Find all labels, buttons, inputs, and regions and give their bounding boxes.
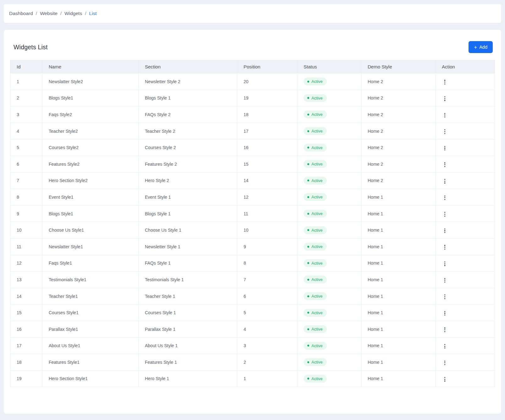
kebab-menu-icon[interactable] [442, 194, 447, 202]
column-header-status: Status [297, 60, 361, 73]
table-row: 14 Teacher Style1 Teacher Style 1 6 Acti… [10, 288, 495, 304]
cell-demo-style: Home 1 [361, 272, 436, 288]
table-row: 19 Hero Section Style1 Hero Style 1 1 Ac… [10, 370, 495, 387]
table-row: 15 Courses Style1 Courses Style 1 5 Acti… [10, 304, 495, 321]
status-label: Active [311, 244, 322, 249]
kebab-menu-icon[interactable] [442, 276, 447, 285]
kebab-menu-icon[interactable] [442, 177, 447, 186]
status-badge: Active [304, 177, 327, 185]
kebab-menu-icon[interactable] [442, 144, 447, 153]
cell-status: Active [297, 304, 361, 321]
kebab-menu-icon[interactable] [442, 342, 447, 351]
status-dot-icon [307, 262, 309, 264]
breadcrumb-bar: Dashboard/Website/Widgets/List [4, 4, 501, 23]
cell-action [436, 272, 495, 288]
kebab-menu-icon[interactable] [442, 111, 447, 120]
kebab-menu-icon[interactable] [442, 160, 447, 169]
kebab-menu-icon[interactable] [442, 94, 447, 103]
kebab-menu-icon[interactable] [442, 227, 447, 235]
kebab-menu-icon[interactable] [442, 78, 447, 86]
column-header-id: Id [10, 60, 42, 73]
table-row: 11 Newslatter Style1 Newsletter Style 1 … [10, 238, 495, 255]
status-label: Active [311, 79, 322, 84]
cell-section: Teacher Style 1 [139, 288, 237, 304]
cell-demo-style: Home 1 [361, 370, 436, 387]
cell-name: Blogs Style1 [42, 205, 139, 222]
cell-position: 6 [237, 288, 297, 304]
breadcrumb-separator: / [85, 11, 86, 16]
table-row: 6 Features Style2 Features Style 2 15 Ac… [10, 156, 495, 172]
cell-section: Testimonials Style 1 [139, 272, 237, 288]
table-row: 13 Testimonials Style1 Testimonials Styl… [10, 272, 495, 288]
cell-name: Hero Section Style2 [42, 172, 139, 189]
cell-name: Features Style1 [42, 354, 139, 371]
cell-action [436, 123, 495, 139]
breadcrumb-item-dashboard[interactable]: Dashboard [9, 11, 33, 16]
kebab-menu-icon[interactable] [442, 260, 447, 268]
cell-id: 11 [10, 238, 42, 255]
cell-name: Courses Style2 [42, 139, 139, 156]
column-header-section: Section [139, 60, 237, 73]
cell-section: Newsletter Style 2 [139, 73, 237, 90]
breadcrumb-separator: / [60, 11, 62, 16]
cell-position: 8 [237, 255, 297, 272]
cell-position: 18 [237, 106, 297, 123]
cell-section: Courses Style 2 [139, 139, 237, 156]
status-badge: Active [304, 94, 327, 102]
table-row: 8 Event Style1 Event Style 1 12 Active H… [10, 189, 495, 206]
breadcrumb-item-website[interactable]: Website [40, 11, 58, 16]
status-label: Active [311, 145, 322, 150]
status-dot-icon [307, 378, 309, 380]
status-label: Active [311, 360, 322, 364]
status-dot-icon [307, 147, 309, 148]
kebab-menu-icon[interactable] [442, 210, 447, 218]
cell-demo-style: Home 1 [361, 288, 436, 304]
status-badge: Active [304, 309, 327, 317]
status-label: Active [311, 327, 322, 331]
kebab-menu-icon[interactable] [442, 326, 447, 334]
status-label: Active [311, 310, 322, 315]
breadcrumb-separator: / [36, 11, 37, 16]
table-row: 12 Faqs Style1 FAQs Style 1 8 Active Hom… [10, 255, 495, 272]
cell-name: Faqs Style2 [42, 106, 139, 123]
status-label: Active [311, 376, 322, 381]
breadcrumb-item-widgets[interactable]: Widgets [64, 11, 82, 16]
cell-action [436, 304, 495, 321]
cell-position: 14 [237, 172, 297, 189]
kebab-menu-icon[interactable] [442, 309, 447, 318]
cell-section: Features Style 1 [139, 354, 237, 371]
status-label: Active [311, 96, 322, 100]
table-row: 9 Blogs Style1 Blogs Style 1 11 Active H… [10, 205, 495, 222]
cell-status: Active [297, 337, 361, 354]
cell-position: 11 [237, 205, 297, 222]
table-row: 10 Choose Us Style1 Choose Us Style 1 10… [10, 222, 495, 239]
cell-action [436, 156, 495, 172]
cell-section: About Us Style 1 [139, 337, 237, 354]
status-dot-icon [307, 328, 309, 330]
cell-name: Faqs Style1 [42, 255, 139, 272]
cell-status: Active [297, 172, 361, 189]
status-dot-icon [307, 114, 309, 116]
cell-id: 15 [10, 304, 42, 321]
add-button[interactable]: + Add [469, 41, 493, 53]
table-row: 3 Faqs Style2 FAQs Style 2 18 Active Hom… [10, 106, 495, 123]
kebab-menu-icon[interactable] [442, 375, 447, 384]
cell-name: About Us Style1 [42, 337, 139, 354]
status-dot-icon [307, 130, 309, 132]
cell-status: Active [297, 90, 361, 106]
kebab-menu-icon[interactable] [442, 359, 447, 367]
cell-action [436, 172, 495, 189]
kebab-menu-icon[interactable] [442, 127, 447, 136]
status-label: Active [311, 211, 322, 216]
cell-id: 6 [10, 156, 42, 172]
cell-action [436, 288, 495, 304]
status-badge: Active [304, 210, 327, 218]
cell-section: Blogs Style 1 [139, 90, 237, 106]
status-badge: Active [304, 144, 327, 152]
kebab-menu-icon[interactable] [442, 243, 447, 251]
status-label: Active [311, 294, 322, 299]
kebab-menu-icon[interactable] [442, 293, 447, 301]
cell-demo-style: Home 2 [361, 90, 436, 106]
plus-icon: + [474, 45, 477, 50]
cell-action [436, 73, 495, 90]
